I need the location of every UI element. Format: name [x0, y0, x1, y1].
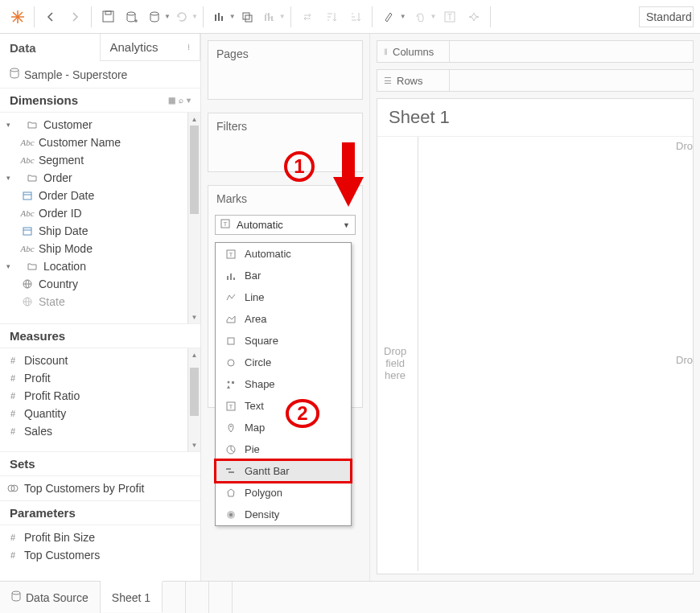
scroll-down-icon[interactable]: ▼	[188, 311, 200, 323]
caret-down-icon[interactable]: ▼	[400, 13, 406, 20]
tree-item[interactable]: AbcSegment	[0, 151, 200, 169]
marks-option-area[interactable]: Area	[216, 308, 351, 330]
sheet-view[interactable]: Sheet 1 Drop field here Dro Dro	[377, 98, 694, 574]
tab-label: Sheet 1	[112, 591, 150, 604]
tree-item[interactable]: Country	[0, 275, 200, 293]
database-icon	[10, 68, 19, 81]
tableau-logo-icon[interactable]	[6, 6, 29, 28]
tree-item[interactable]: #Profit Bin Size	[0, 529, 200, 546]
caret-down-icon[interactable]: ▼	[191, 13, 198, 20]
swap-button[interactable]	[296, 6, 319, 28]
new-datasource-button[interactable]	[121, 6, 143, 28]
marks-option-polygon[interactable]: Polygon	[216, 482, 351, 504]
new-worksheet-button[interactable]	[208, 6, 231, 28]
caret-down-icon[interactable]: ▼	[229, 13, 236, 20]
svg-text:T: T	[224, 220, 228, 228]
tree-item[interactable]: AbcShip Mode	[0, 240, 200, 257]
tree-item[interactable]: ▾Customer	[0, 116, 200, 134]
scroll-up-icon[interactable]: ▲	[188, 348, 200, 361]
view-icon[interactable]: ▦	[168, 96, 175, 105]
marks-option-bar[interactable]: Bar	[216, 265, 351, 286]
tree-item[interactable]: #Discount	[0, 352, 200, 369]
new-story-tab[interactable]	[209, 582, 233, 613]
marks-option-density[interactable]: Density	[216, 504, 351, 525]
marks-option-line[interactable]: Line	[216, 286, 351, 308]
tree-item[interactable]: #Sales	[0, 422, 200, 440]
tree-item-label: Profit Bin Size	[24, 531, 95, 544]
scroll-down-icon[interactable]: ▼	[188, 438, 200, 451]
caret-down-icon[interactable]: ▼	[430, 13, 437, 20]
tree-item-label: Ship Date	[39, 224, 88, 237]
tree-item[interactable]: Ship Date	[0, 222, 200, 240]
attach-button[interactable]	[408, 6, 430, 28]
clear-sheet-button[interactable]	[258, 6, 281, 28]
tab-data-source[interactable]: Data Source	[0, 582, 101, 613]
tree-item[interactable]: State	[0, 293, 200, 311]
marks-option-text[interactable]: TText	[216, 395, 351, 417]
back-button[interactable]	[39, 6, 62, 28]
auto-icon: T	[220, 219, 232, 231]
svg-point-60	[229, 513, 233, 516]
tree-item[interactable]: ▾Order	[0, 169, 200, 187]
tree-item[interactable]: #Profit Ratio	[0, 387, 200, 405]
datasource-icon	[11, 590, 21, 604]
tree-item-label: Quantity	[24, 407, 66, 420]
tab-sheet1[interactable]: Sheet 1	[101, 581, 163, 612]
marks-option-circle[interactable]: Circle	[216, 352, 351, 373]
tree-item[interactable]: #Quantity	[0, 405, 200, 422]
tab-analytics[interactable]: Analytics ⁞	[101, 34, 201, 61]
tree-item[interactable]: Top Customers by Profit	[0, 479, 200, 497]
toolbar-separator	[490, 6, 491, 27]
highlight-button[interactable]	[377, 6, 400, 28]
parameters-header: Parameters	[0, 500, 200, 525]
menu-caret-icon[interactable]: ▾	[187, 96, 191, 105]
caret-down-icon[interactable]: ▼	[164, 13, 171, 20]
new-worksheet-tab[interactable]: +	[163, 582, 186, 613]
marks-option-square[interactable]: Square	[216, 330, 351, 352]
scrollbar[interactable]: ▲ ▼	[187, 113, 200, 323]
marks-option-auto[interactable]: TAutomatic	[216, 243, 351, 265]
text-label-button[interactable]: T	[439, 6, 461, 28]
tree-item[interactable]: Order Date	[0, 187, 200, 204]
svg-rect-12	[221, 16, 223, 21]
columns-shelf[interactable]: ⦀ Columns	[377, 40, 694, 63]
rows-shelf[interactable]: ☰ Rows	[377, 69, 694, 92]
duplicate-sheet-button[interactable]	[236, 6, 258, 28]
pages-shelf[interactable]: Pages	[208, 40, 363, 100]
sheet-tabs-bar: Data Source Sheet 1 +	[0, 581, 700, 613]
svg-rect-13	[243, 13, 249, 19]
refresh-button[interactable]	[171, 6, 193, 28]
marks-option-gantt[interactable]: Gantt Bar	[216, 460, 351, 482]
tab-data[interactable]: Data	[0, 34, 101, 61]
annotation-arrow-icon	[330, 138, 370, 211]
new-dashboard-tab[interactable]	[186, 582, 209, 613]
marks-option-shape[interactable]: Shape	[216, 373, 351, 395]
pause-updates-button[interactable]	[143, 6, 166, 28]
tree-item[interactable]: ▾Location	[0, 257, 200, 275]
sort-desc-button[interactable]	[344, 6, 367, 28]
datasource-item[interactable]: Sample - Superstore	[0, 61, 200, 88]
forward-button[interactable]	[64, 6, 86, 28]
toolbar-separator	[203, 6, 204, 27]
scroll-up-icon[interactable]: ▲	[188, 113, 200, 125]
save-button[interactable]	[97, 6, 119, 28]
tree-item[interactable]: AbcOrder ID	[0, 204, 200, 222]
marks-option-map[interactable]: Map	[216, 417, 351, 438]
scrollbar[interactable]: ▲ ▼	[187, 348, 200, 451]
sort-asc-button[interactable]	[320, 6, 343, 28]
option-label: Shape	[245, 378, 275, 390]
svg-rect-15	[265, 14, 266, 21]
marks-type-select[interactable]: T Automatic ▼	[215, 215, 356, 235]
tree-item[interactable]: #Top Customers	[0, 546, 200, 564]
scrollbar-thumb[interactable]	[190, 368, 199, 416]
option-label: Gantt Bar	[245, 465, 290, 477]
tree-item[interactable]: #Profit	[0, 369, 200, 387]
tree-item[interactable]: AbcCustomer Name	[0, 134, 200, 151]
caret-down-icon[interactable]: ▼	[279, 13, 286, 20]
scrollbar-thumb[interactable]	[190, 125, 199, 214]
pin-button[interactable]	[463, 6, 485, 28]
search-icon[interactable]: ⌕	[179, 96, 183, 105]
fit-select[interactable]: Standard	[639, 6, 694, 27]
marks-option-pie[interactable]: Pie	[216, 438, 351, 460]
svg-rect-44	[227, 276, 229, 280]
